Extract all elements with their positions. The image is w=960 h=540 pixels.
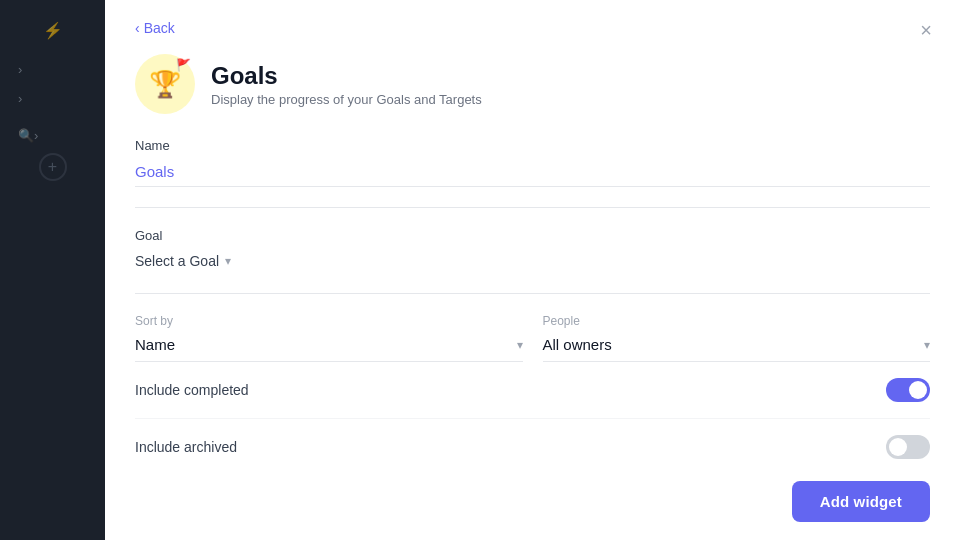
goal-select-value: Select a Goal xyxy=(135,253,219,269)
divider-2 xyxy=(135,293,930,294)
goals-icon-wrapper: 🏆 🚩 xyxy=(135,54,195,114)
name-input[interactable] xyxy=(135,159,930,187)
sort-value: Name xyxy=(135,336,175,353)
close-button[interactable]: × xyxy=(912,16,940,44)
people-chevron-icon: ▾ xyxy=(924,338,930,352)
sort-field: Sort by Name ▾ xyxy=(135,314,523,362)
modal-panel: × ‹ Back 🏆 🚩 Goals Display the progress … xyxy=(105,0,960,540)
people-value: All owners xyxy=(543,336,612,353)
sort-select-button[interactable]: Name ▾ xyxy=(135,336,523,353)
include-archived-slider xyxy=(886,435,930,459)
modal-title: Goals xyxy=(211,62,482,90)
goal-chevron-icon: ▾ xyxy=(225,254,231,268)
back-label: Back xyxy=(144,20,175,36)
back-button[interactable]: ‹ Back xyxy=(135,20,175,36)
back-arrow-icon: ‹ xyxy=(135,20,140,36)
sort-people-row: Sort by Name ▾ People All owners ▾ xyxy=(135,314,930,362)
modal-body: ‹ Back 🏆 🚩 Goals Display the progress of… xyxy=(105,0,960,467)
modal-subtitle: Display the progress of your Goals and T… xyxy=(211,92,482,107)
people-select-button[interactable]: All owners ▾ xyxy=(543,336,931,353)
include-completed-slider xyxy=(886,378,930,402)
include-completed-toggle[interactable] xyxy=(886,378,930,402)
goal-select-button[interactable]: Select a Goal ▾ xyxy=(135,249,231,273)
sort-label: Sort by xyxy=(135,314,523,328)
include-archived-label: Include archived xyxy=(135,439,237,455)
modal-footer: Add widget xyxy=(105,467,960,540)
sort-chevron-icon: ▾ xyxy=(517,338,523,352)
add-widget-button[interactable]: Add widget xyxy=(792,481,930,522)
flag-icon: 🚩 xyxy=(176,58,191,72)
include-archived-row: Include archived xyxy=(135,419,930,467)
people-label: People xyxy=(543,314,931,328)
modal-title-block: Goals Display the progress of your Goals… xyxy=(211,62,482,107)
goal-label: Goal xyxy=(135,228,930,243)
include-completed-label: Include completed xyxy=(135,382,249,398)
people-field: People All owners ▾ xyxy=(543,314,931,362)
divider-1 xyxy=(135,207,930,208)
trophy-icon: 🏆 xyxy=(149,69,181,100)
modal-header: 🏆 🚩 Goals Display the progress of your G… xyxy=(135,54,930,114)
name-label: Name xyxy=(135,138,930,153)
include-completed-row: Include completed xyxy=(135,362,930,419)
name-field-group: Name xyxy=(135,138,930,187)
include-archived-toggle[interactable] xyxy=(886,435,930,459)
goal-field-group: Goal Select a Goal ▾ xyxy=(135,228,930,273)
